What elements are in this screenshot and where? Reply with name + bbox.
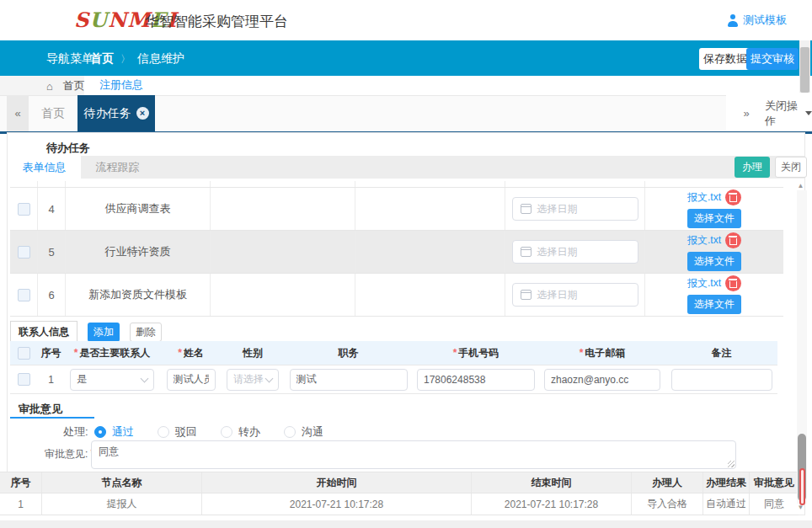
date-picker-input[interactable]: 选择日期 xyxy=(512,197,638,221)
radio-communicate[interactable] xyxy=(284,426,296,438)
tab-form-info[interactable]: 表单信息 xyxy=(8,156,81,179)
page-scrollbar-thumb[interactable] xyxy=(800,47,809,93)
tab-todo-tasks[interactable]: 待办任务 × xyxy=(77,95,155,131)
row-number: 4 xyxy=(38,188,66,230)
user-icon xyxy=(727,14,739,27)
add-contact-button[interactable]: 添加 xyxy=(88,323,120,342)
row-number: 6 xyxy=(38,274,66,316)
date-placeholder: 选择日期 xyxy=(537,288,578,302)
app-title: 华智智能采购管理平台 xyxy=(145,12,288,31)
user-menu[interactable]: 测试模板 xyxy=(727,13,787,28)
col-header-email: * 电子邮箱 xyxy=(539,341,665,365)
close-operations-dropdown[interactable]: 关闭操作 xyxy=(765,95,812,131)
tab-close-icon[interactable]: × xyxy=(136,107,149,120)
approval-handle-options: 处理: 通过 驳回 转办 沟通 xyxy=(63,424,323,440)
radio-communicate-label[interactable]: 沟通 xyxy=(302,424,323,440)
inner-scrollbar-thumb-highlight[interactable] xyxy=(799,468,805,505)
delete-file-button[interactable] xyxy=(725,275,741,291)
col-header: 序号 xyxy=(0,472,42,493)
double-chevron-left-icon: « xyxy=(14,107,20,120)
logo-letter: U xyxy=(89,8,108,32)
handle-label: 处理: xyxy=(63,424,88,440)
radio-transfer-label[interactable]: 转办 xyxy=(238,424,260,440)
breadcrumb-separator-icon: 〉 xyxy=(120,52,131,67)
textarea-resize-handle[interactable] xyxy=(728,461,735,467)
gender-select[interactable]: 请选择 xyxy=(227,369,279,391)
file-link[interactable]: 报文.txt xyxy=(687,190,721,205)
date-picker-input[interactable]: 选择日期 xyxy=(512,240,638,264)
breadcrumb-current: 信息维护 xyxy=(137,51,184,67)
home-icon: ⌂ xyxy=(46,80,53,93)
row-checkbox[interactable] xyxy=(18,289,30,301)
contacts-header-row: 序号 * 是否主要联系人 * 姓名 性别 职务 * 手机号码 * 电子邮箱 备注 xyxy=(10,341,777,365)
radio-pass-label[interactable]: 通过 xyxy=(112,424,134,440)
col-header: 节点名称 xyxy=(42,472,202,493)
submit-review-button[interactable]: 提交审核 xyxy=(746,48,799,70)
contact-row: 1 是 请选择 xyxy=(10,365,777,394)
nav-menu-button[interactable]: 导航菜单 xyxy=(46,51,93,67)
col-header-phone: * 手机号码 xyxy=(413,341,539,365)
approval-comment-textarea[interactable]: 同意 xyxy=(91,440,736,469)
breadcrumb-home[interactable]: 首页 xyxy=(90,51,114,67)
primary-contact-select[interactable]: 是 xyxy=(70,369,154,391)
select-all-checkbox[interactable] xyxy=(18,347,30,360)
choose-file-button[interactable]: 选择文件 xyxy=(687,295,741,314)
table-row: 5 行业特许资质 选择日期 报文.txt 选择文件 xyxy=(10,231,783,274)
position-input[interactable] xyxy=(290,369,408,391)
caret-down-icon xyxy=(805,111,812,115)
handle-button[interactable]: 办理 xyxy=(735,157,770,178)
radio-reject[interactable] xyxy=(158,426,169,438)
close-button[interactable]: 关闭 xyxy=(775,157,807,178)
tab-process-track[interactable]: 流程跟踪 xyxy=(81,156,154,179)
sidebar-item-home[interactable]: ⌂ 首页 xyxy=(46,78,85,93)
choose-file-button[interactable]: 选择文件 xyxy=(687,209,741,228)
logo-letter: S xyxy=(74,8,89,32)
approval-section-title: 审批意见 xyxy=(19,402,62,417)
qualification-name: 新添加资质文件模板 xyxy=(66,274,211,316)
row-checkbox[interactable] xyxy=(18,203,30,216)
panel-title: 待办任务 xyxy=(46,141,90,156)
file-link[interactable]: 报文.txt xyxy=(687,276,721,291)
qualification-name: 供应商调查表 xyxy=(66,188,211,230)
history-cell: 提报人 xyxy=(42,493,202,515)
calendar-icon xyxy=(521,290,532,300)
scrollbar-down-arrow[interactable]: ▼ xyxy=(795,504,806,511)
row-checkbox[interactable] xyxy=(18,246,30,259)
scroll-tabs-left-button[interactable]: « xyxy=(7,95,29,131)
history-header-row: 序号 节点名称 开始时间 结束时间 办理人 办理结果 审批意见 xyxy=(0,472,799,493)
bottom-bar xyxy=(0,520,812,528)
table-row: 6 新添加资质文件模板 选择日期 报文.txt 选择文件 xyxy=(10,274,783,317)
phone-input[interactable] xyxy=(417,369,535,391)
scroll-tabs-right-button[interactable]: » xyxy=(735,95,757,131)
close-operations-label: 关闭操作 xyxy=(765,99,801,129)
choose-file-button[interactable]: 选择文件 xyxy=(687,252,741,271)
save-data-button[interactable]: 保存数据 xyxy=(699,48,751,70)
col-header-gender: 性别 xyxy=(222,341,284,365)
delete-file-button[interactable] xyxy=(725,232,741,248)
tab-todo-label: 待办任务 xyxy=(84,106,131,121)
contact-name-input[interactable] xyxy=(167,369,216,391)
delete-file-button[interactable] xyxy=(725,189,741,205)
delete-contact-button[interactable]: 删除 xyxy=(130,323,162,342)
history-cell: 1 xyxy=(0,493,42,515)
scrollbar-up-arrow[interactable]: ▲ xyxy=(795,182,806,189)
required-marker: * xyxy=(178,347,182,359)
sidebar-home-label: 首页 xyxy=(63,78,85,93)
radio-pass[interactable] xyxy=(94,426,106,438)
col-header-name: * 姓名 xyxy=(160,341,222,365)
chevron-down-icon xyxy=(141,374,149,382)
col-header: 结束时间 xyxy=(472,472,632,493)
remark-input[interactable] xyxy=(671,369,772,391)
radio-transfer[interactable] xyxy=(221,426,232,438)
qualification-table: 4 供应商调查表 选择日期 报文.txt 选择文件 5 行业特许资质 选择日期 xyxy=(10,181,783,317)
tab-home[interactable]: 首页 xyxy=(29,95,77,131)
col-header-primary: * 是否主要联系人 xyxy=(64,341,160,365)
email-input[interactable] xyxy=(544,369,660,391)
double-chevron-right-icon: » xyxy=(743,107,749,120)
register-info-link[interactable]: 注册信息 xyxy=(99,77,143,93)
radio-reject-label[interactable]: 驳回 xyxy=(175,424,197,440)
date-picker-input[interactable]: 选择日期 xyxy=(512,283,638,307)
date-placeholder: 选择日期 xyxy=(537,202,578,216)
file-link[interactable]: 报文.txt xyxy=(687,233,721,248)
row-checkbox[interactable] xyxy=(18,373,30,386)
